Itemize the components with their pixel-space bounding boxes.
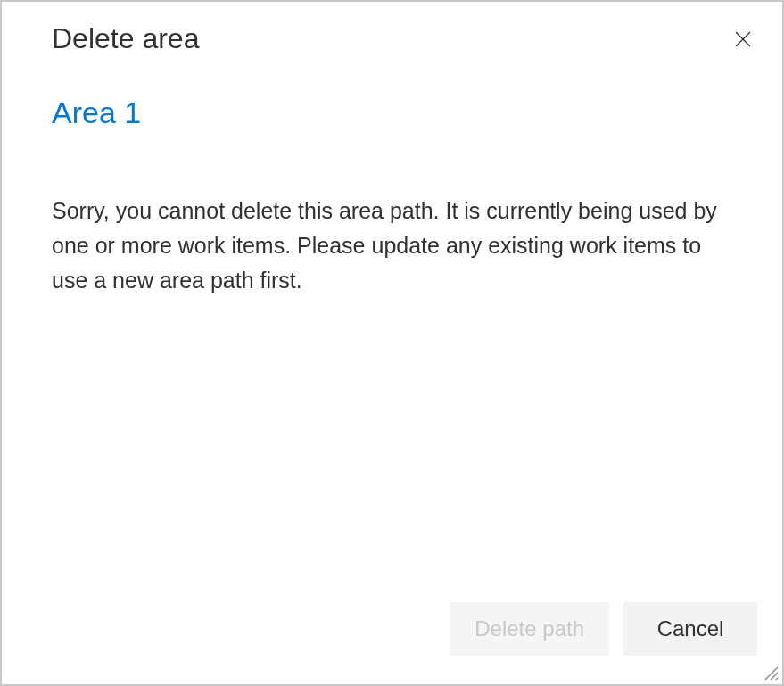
error-message: Sorry, you cannot delete this area path.… (52, 194, 732, 298)
delete-area-dialog: Delete area Area 1 Sorry, you cannot del… (0, 0, 784, 686)
close-icon (732, 29, 754, 50)
delete-path-button: Delete path (450, 602, 609, 656)
dialog-title: Delete area (52, 21, 199, 55)
close-button[interactable] (729, 25, 757, 54)
dialog-header: Delete area (2, 2, 782, 55)
cancel-button[interactable]: Cancel (623, 602, 757, 656)
area-name: Area 1 (52, 95, 732, 131)
dialog-body: Area 1 Sorry, you cannot delete this are… (2, 55, 782, 602)
dialog-footer: Delete path Cancel (2, 602, 782, 684)
